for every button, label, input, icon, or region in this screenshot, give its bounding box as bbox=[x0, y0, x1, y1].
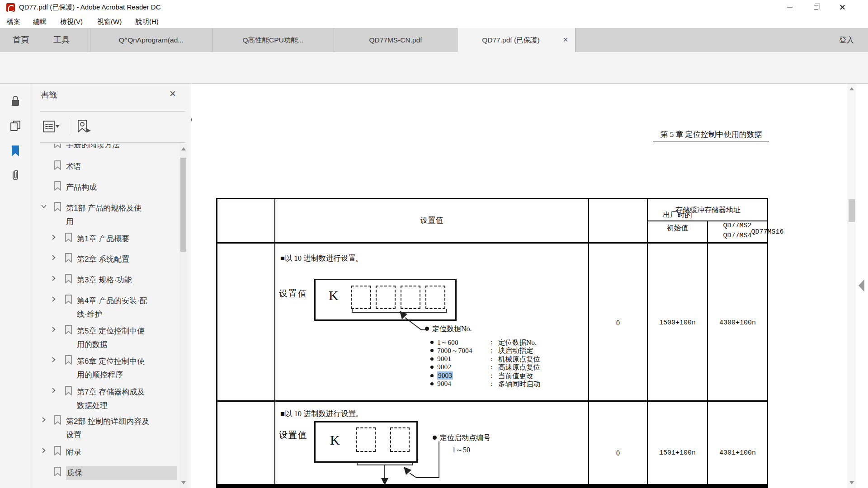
menu-window[interactable]: 視窗(W) bbox=[94, 17, 124, 27]
toolbar: / 974 100% bbox=[0, 52, 868, 84]
table-line bbox=[647, 198, 648, 488]
bookmarks-list: 手册的阅读方法 术语 产品构成 第1部 产品的规格及使用 第1章 产品概要 第2… bbox=[30, 144, 179, 488]
menu-file[interactable]: 檔案 bbox=[4, 17, 23, 27]
col-header-buffer-address: 存储缓冲存储器地址 bbox=[648, 206, 768, 215]
document-page: 第 5 章 定位控制中使用的数据 设置值 出厂时的 初始值 存储缓冲存储器地址 … bbox=[192, 84, 847, 488]
chevron-collapsed-icon[interactable] bbox=[51, 327, 57, 332]
sign-in-link[interactable]: 登入 bbox=[839, 28, 854, 52]
table-line bbox=[216, 198, 217, 488]
digit-box bbox=[351, 286, 371, 309]
row2-pointer-title-text: 定位启动点编号 bbox=[440, 434, 491, 441]
bookmark-icon bbox=[65, 274, 72, 283]
table-line bbox=[216, 400, 768, 402]
scroll-up-icon[interactable] bbox=[849, 87, 854, 90]
locate-current-bookmark-icon[interactable] bbox=[74, 119, 92, 134]
chevron-collapsed-icon[interactable] bbox=[51, 276, 57, 281]
bookmarks-panel-icon[interactable] bbox=[9, 144, 22, 158]
bookmark-icon bbox=[54, 467, 61, 476]
scroll-down-icon[interactable] bbox=[849, 481, 854, 484]
row1-setting-label: 设置值 bbox=[279, 288, 307, 300]
col-header-setting-value: 设置值 bbox=[275, 215, 588, 225]
digit-box bbox=[376, 286, 396, 309]
row1-addr-ms16: 4300+100n bbox=[708, 319, 767, 327]
factory-default-line2: 初始值 bbox=[648, 224, 707, 233]
bookmark-icon bbox=[65, 295, 72, 304]
menu-help[interactable]: 說明(H) bbox=[133, 17, 161, 27]
title-bar: QD77.pdf (已保護) - Adobe Acrobat Reader DC bbox=[0, 0, 868, 14]
bookmark-icon bbox=[54, 202, 61, 211]
digit-box bbox=[401, 286, 420, 309]
chevron-collapsed-icon[interactable] bbox=[51, 388, 57, 393]
qd77ms16-label: QD77MS16 bbox=[751, 228, 783, 236]
document-scrollbar-thumb[interactable] bbox=[849, 199, 855, 222]
bookmark-icon bbox=[54, 160, 61, 170]
chevron-collapsed-icon[interactable] bbox=[41, 417, 47, 422]
bookmark-icon bbox=[54, 415, 61, 425]
chevron-collapsed-icon[interactable] bbox=[41, 448, 47, 453]
chevron-expanded-icon[interactable] bbox=[41, 204, 47, 209]
digit-box bbox=[390, 427, 410, 452]
navigation-rail bbox=[0, 84, 30, 488]
row2-addr-ms16: 4301+100n bbox=[708, 449, 767, 457]
divider bbox=[69, 118, 69, 136]
bookmarks-scrollbar[interactable] bbox=[179, 144, 187, 488]
restore-button[interactable] bbox=[803, 0, 829, 14]
tab-bar: 首頁 工具 Q^QnAprogram(ad... Q高性能CPU功能... QD… bbox=[0, 28, 868, 52]
restore-icon bbox=[814, 5, 818, 9]
chapter-header: 第 5 章 定位控制中使用的数据 bbox=[653, 129, 769, 141]
bookmark-icon bbox=[54, 181, 61, 191]
chevron-collapsed-icon[interactable] bbox=[51, 235, 57, 240]
row2-default-value: 0 bbox=[589, 449, 647, 457]
scroll-up-icon[interactable] bbox=[181, 147, 186, 150]
page-thumbnails-icon[interactable] bbox=[9, 119, 22, 133]
window-title: QD77.pdf (已保護) - Adobe Acrobat Reader DC bbox=[19, 3, 160, 12]
row1-note: ■以 10 进制数进行设置。 bbox=[280, 253, 363, 263]
row1-value-list: 1～600:定位数据No. 7000～7004:块启动指定 9001:机械原点复… bbox=[430, 338, 548, 388]
bookmarks-options-icon[interactable] bbox=[42, 119, 60, 134]
table-line bbox=[767, 198, 768, 488]
minimize-icon bbox=[787, 7, 793, 8]
close-button[interactable] bbox=[829, 0, 855, 14]
tab-home[interactable]: 首頁 bbox=[6, 28, 35, 52]
tab-tools[interactable]: 工具 bbox=[47, 28, 76, 52]
bookmarks-scrollbar-thumb[interactable] bbox=[180, 158, 186, 252]
table-line bbox=[216, 484, 768, 488]
list-item: 7000～7004:块启动指定 bbox=[430, 346, 548, 354]
expand-tools-panel-arrow[interactable] bbox=[859, 279, 864, 292]
menu-bar: 檔案 編輯 檢視(V) 視窗(W) 說明(H) bbox=[0, 14, 868, 28]
list-item: 9001:机械原点复位 bbox=[430, 355, 548, 363]
document-scrollbar[interactable] bbox=[847, 84, 856, 488]
row1-addr-ms2-ms4: 1500+100n bbox=[648, 319, 707, 327]
row2-pointer-title: 定位启动点编号 bbox=[433, 433, 491, 443]
table-line bbox=[707, 221, 708, 488]
divider bbox=[40, 142, 185, 143]
close-icon bbox=[840, 5, 845, 10]
doc-tab-1[interactable]: Q^QnAprogram(ad... bbox=[90, 28, 212, 52]
row2-k-letter: K bbox=[330, 432, 340, 448]
bookmarks-panel-title: 書籤 bbox=[41, 89, 57, 100]
scroll-down-icon[interactable] bbox=[181, 481, 186, 484]
list-item: 1～600:定位数据No. bbox=[430, 338, 548, 346]
minimize-button[interactable] bbox=[777, 0, 803, 14]
menu-view[interactable]: 檢視(V) bbox=[57, 17, 85, 27]
doc-tab-3[interactable]: QD77MS-CN.pdf bbox=[334, 28, 457, 52]
bookmarks-close-icon[interactable]: ✕ bbox=[168, 89, 177, 99]
attachments-icon[interactable] bbox=[9, 169, 22, 182]
doc-tab-active-label: QD77.pdf (已保護) bbox=[482, 36, 539, 44]
chevron-collapsed-icon[interactable] bbox=[51, 296, 57, 302]
acrobat-pdf-icon bbox=[6, 3, 15, 12]
tab-close-icon[interactable]: ✕ bbox=[562, 37, 569, 43]
menu-edit[interactable]: 編輯 bbox=[30, 17, 49, 27]
doc-tab-active[interactable]: QD77.pdf (已保護) ✕ bbox=[457, 28, 576, 52]
doc-tab-2[interactable]: Q高性能CPU功能... bbox=[212, 28, 334, 52]
digit-box bbox=[425, 286, 445, 309]
row2-setting-label: 设置值 bbox=[279, 429, 307, 441]
security-lock-icon bbox=[9, 94, 22, 108]
col-header-qd77ms16: QD77MS16 bbox=[708, 228, 767, 236]
list-item-highlighted: 9003:当前值更改 bbox=[430, 371, 548, 380]
chevron-collapsed-icon[interactable] bbox=[51, 255, 57, 260]
row1-pointer-title-text: 定位数据No. bbox=[432, 325, 472, 333]
bookmark-icon bbox=[65, 233, 72, 242]
list-item: 9002:高速原点复位 bbox=[430, 363, 548, 371]
chevron-collapsed-icon[interactable] bbox=[51, 357, 57, 362]
